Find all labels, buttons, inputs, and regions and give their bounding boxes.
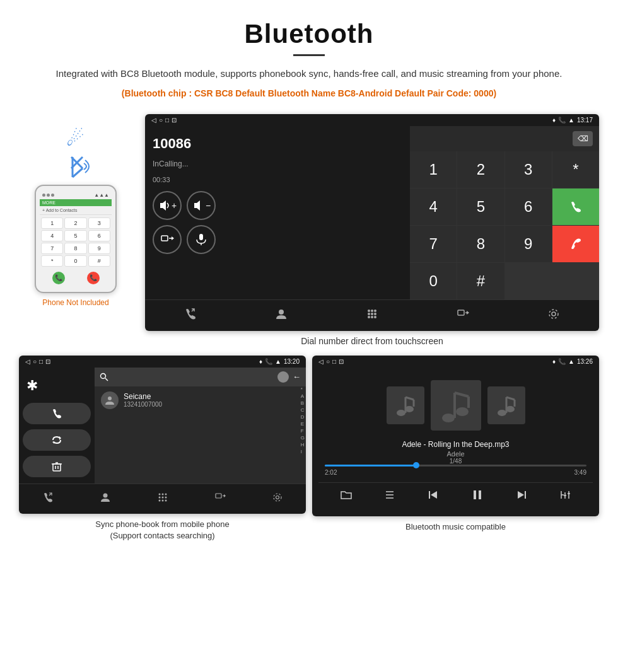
equalizer-icon xyxy=(559,489,571,501)
microphone-button[interactable] xyxy=(187,225,216,254)
svg-point-47 xyxy=(165,499,166,501)
svg-point-67 xyxy=(506,406,515,412)
svg-point-25 xyxy=(552,312,556,316)
phone-key-3: 3 xyxy=(88,217,110,229)
phone-bottom-row: 📞 📞 xyxy=(40,269,112,287)
music-next-button[interactable] xyxy=(515,489,528,504)
backspace-button[interactable]: ⌫ xyxy=(573,131,593,146)
music-progress: 2:02 3:49 xyxy=(318,465,593,476)
svg-marker-4 xyxy=(160,200,166,211)
phone-key-8: 8 xyxy=(64,243,86,254)
bluetooth-symbol xyxy=(60,151,91,182)
transfer-button[interactable] xyxy=(153,225,182,254)
kp-3[interactable]: 3 xyxy=(505,151,552,188)
svg-line-35 xyxy=(105,378,108,381)
volume-down-icon xyxy=(192,199,206,212)
album-art-right xyxy=(487,386,525,424)
album-art-main xyxy=(431,380,481,431)
svg-rect-9 xyxy=(199,234,203,240)
album-art-left xyxy=(387,386,424,424)
kp-call-red[interactable] xyxy=(552,226,599,262)
pb-status-bar: ◁ ○ □ ⊡ ♦ 📞 ▲ 13:20 xyxy=(19,356,306,368)
pb-nav-contacts[interactable] xyxy=(93,489,117,509)
home-icon: ○ xyxy=(159,117,163,124)
call-end-icon xyxy=(569,237,583,251)
phone-top-bar: ▲▲▲ xyxy=(40,191,112,199)
kp-6[interactable]: 6 xyxy=(505,188,552,225)
music-prev-button[interactable] xyxy=(427,489,440,504)
phone-call-button: 📞 xyxy=(52,272,65,284)
pb-bt-icon: ✱ xyxy=(23,374,91,398)
kp-5[interactable]: 5 xyxy=(457,188,504,225)
nav-contacts-icon[interactable] xyxy=(269,305,294,326)
nav-dialpad-icon[interactable] xyxy=(359,305,385,326)
kp-8[interactable]: 8 xyxy=(457,226,504,262)
nav-calls-icon[interactable] xyxy=(178,305,203,326)
kp-call-green[interactable] xyxy=(552,188,599,225)
pb-nav-calls[interactable] xyxy=(36,489,60,509)
music-eq-button[interactable] xyxy=(559,489,571,504)
dial-call-status: InCalling... xyxy=(153,159,402,168)
kp-hash[interactable]: # xyxy=(457,263,504,299)
pb-home-icon: ○ xyxy=(33,358,37,365)
pb-delete-pill[interactable] xyxy=(23,456,91,477)
music-recent-icon: □ xyxy=(332,358,336,365)
pb-nav-transfer[interactable] xyxy=(208,489,232,509)
music-list-button[interactable] xyxy=(383,489,396,504)
music-controls xyxy=(318,482,593,510)
pb-sync-pill[interactable] xyxy=(23,429,91,451)
search-icon xyxy=(100,373,108,381)
dial-number: 10086 xyxy=(153,136,402,152)
music-screen-container: ◁ ○ □ ⊡ ♦ 📞 ▲ 13:26 xyxy=(312,356,599,542)
svg-point-20 xyxy=(371,316,373,318)
kp-1[interactable]: 1 xyxy=(410,151,457,188)
kp-4[interactable]: 4 xyxy=(410,188,457,225)
system-icons: ♦ 📞 ▲ 13:17 xyxy=(552,117,593,124)
music-play-pause-button[interactable] xyxy=(470,488,484,505)
page-header: Bluetooth Integrated with BC8 Bluetooth … xyxy=(0,0,618,108)
svg-point-46 xyxy=(161,499,163,501)
phonebook-caption: Sync phone-book from mobile phone (Suppo… xyxy=(19,519,306,542)
svg-marker-75 xyxy=(518,491,524,499)
svg-point-57 xyxy=(405,406,414,412)
recent-icon: □ xyxy=(165,117,169,124)
phonebook-screen-container: ◁ ○ □ ⊡ ♦ 📞 ▲ 13:20 ✱ xyxy=(19,356,306,542)
pb-nav-settings[interactable] xyxy=(265,489,289,509)
svg-point-39 xyxy=(158,493,160,495)
pb-nav-icons: ◁ ○ □ ⊡ xyxy=(25,358,50,365)
pb-nav-dialpad[interactable] xyxy=(151,489,175,509)
kp-2[interactable]: 2 xyxy=(457,151,504,188)
svg-rect-48 xyxy=(216,494,221,498)
phone-not-included: Phone Not Included xyxy=(42,298,108,307)
phone-key-7: 7 xyxy=(41,243,63,254)
svg-line-1 xyxy=(73,168,83,177)
pb-android-nav xyxy=(19,484,306,514)
kp-0[interactable]: 0 xyxy=(410,263,457,299)
progress-dot xyxy=(413,462,419,468)
transfer-icon xyxy=(160,233,174,246)
music-folder-button[interactable] xyxy=(340,489,353,504)
pb-location-icon: ♦ xyxy=(259,358,262,365)
pb-call-icon xyxy=(51,408,62,419)
dial-controls: + − xyxy=(153,191,402,254)
svg-point-17 xyxy=(371,313,373,315)
pb-scroll-dot xyxy=(277,371,289,383)
pb-call-pill[interactable] xyxy=(23,403,91,424)
dial-btn-row-2 xyxy=(153,225,402,254)
page-description: Integrated with BC8 Bluetooth module, su… xyxy=(38,66,580,81)
svg-point-19 xyxy=(368,316,370,318)
nav-transfer-icon[interactable] xyxy=(450,305,475,326)
pb-body: ✱ xyxy=(19,368,306,484)
volume-up-button[interactable]: + xyxy=(153,191,182,220)
nav-settings-icon[interactable] xyxy=(541,305,566,326)
kp-7[interactable]: 7 xyxy=(410,226,457,262)
bluetooth-specs: (Bluetooth chip : CSR BC8 Default Blueto… xyxy=(38,86,580,101)
kp-star[interactable]: * xyxy=(552,151,599,188)
pause-icon xyxy=(470,488,484,502)
kp-9[interactable]: 9 xyxy=(505,226,552,262)
music-nav-icons: ◁ ○ □ ⊡ xyxy=(318,358,344,365)
volume-down-button[interactable]: − xyxy=(187,191,216,220)
svg-rect-74 xyxy=(479,490,481,499)
phone-keypad: 1 2 3 4 5 6 7 8 9 * 0 # xyxy=(40,215,112,269)
svg-rect-29 xyxy=(53,464,61,471)
